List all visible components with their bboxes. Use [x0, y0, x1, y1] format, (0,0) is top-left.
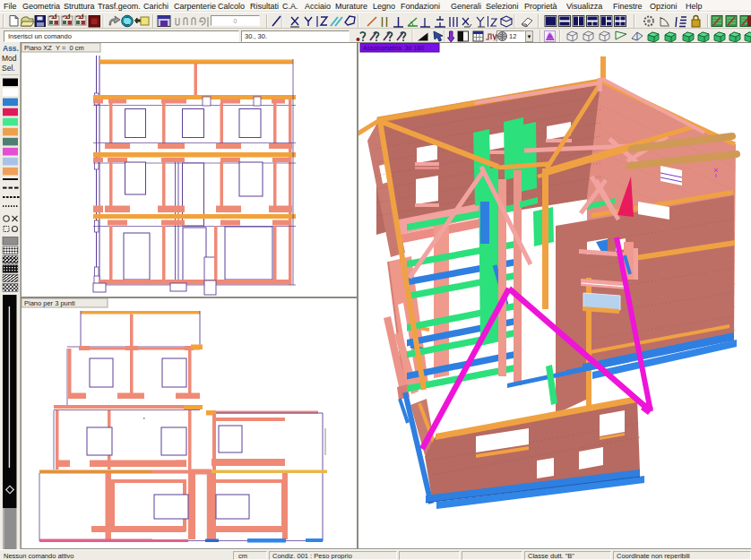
svg-text:Piano XZ Y = 0 cm: Piano XZ Y = 0 cm [24, 44, 84, 52]
svg-text:Assonometria 3d 180: Assonometria 3d 180 [363, 45, 424, 51]
svg-text:Piano per 3 punti: Piano per 3 punti [24, 299, 75, 307]
svg-text:Ass.: Ass. [3, 44, 19, 53]
svg-text:Mod: Mod [2, 54, 17, 63]
svg-text:Sel.: Sel. [2, 64, 15, 73]
